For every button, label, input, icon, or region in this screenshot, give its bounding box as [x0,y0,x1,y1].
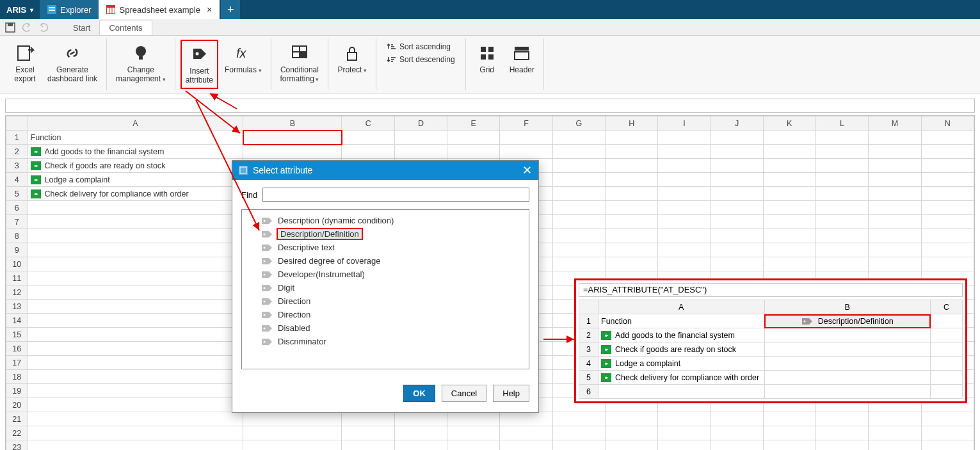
row-header[interactable]: 21 [6,412,28,426]
row-header[interactable]: 5 [579,371,598,385]
row-header[interactable]: 15 [6,328,28,342]
cell[interactable] [658,412,711,426]
cell[interactable] [606,215,658,229]
row-header[interactable]: 17 [6,356,28,370]
cell[interactable] [658,229,711,243]
row-header[interactable]: 2 [579,328,598,342]
cell[interactable] [815,257,868,271]
cell[interactable] [658,173,711,187]
dialog-titlebar[interactable]: Select attribute ✕ [232,161,538,180]
cell[interactable] [28,356,243,370]
cell[interactable] [447,131,500,145]
cell[interactable]: Function [598,314,765,328]
cell[interactable] [28,314,243,328]
col-header[interactable]: H [606,117,658,131]
cell[interactable] [711,257,763,271]
tab-close-icon[interactable]: × [207,4,212,15]
cell[interactable] [28,412,243,426]
cell[interactable] [931,357,963,371]
row-header[interactable]: 22 [6,426,28,440]
cell[interactable] [815,131,868,145]
cell[interactable] [763,412,815,426]
cell[interactable] [711,187,763,201]
cell[interactable] [763,243,815,257]
cell[interactable] [815,215,868,229]
cell[interactable] [921,173,974,187]
cell[interactable] [500,412,552,426]
col-header[interactable]: A [598,300,765,314]
find-input[interactable] [262,188,529,202]
cell[interactable] [28,328,243,342]
attribute-item[interactable]: Digit [259,281,529,294]
cell[interactable] [28,440,243,451]
row-header[interactable]: 13 [6,300,28,314]
formula-bar[interactable] [5,99,975,113]
cell[interactable] [606,131,658,145]
row-header[interactable]: 1 [6,131,28,145]
cell[interactable] [28,426,243,440]
col-header[interactable]: N [921,117,974,131]
cell[interactable] [869,173,921,187]
col-header[interactable]: D [394,117,447,131]
cell[interactable] [921,201,974,215]
cell[interactable] [552,243,605,257]
cell[interactable] [869,243,921,257]
cell[interactable] [764,371,931,385]
cell[interactable] [763,229,815,243]
cell[interactable] [552,201,605,215]
cell[interactable]: Add goods to the financial system [28,145,243,159]
row-header[interactable]: 6 [579,385,598,399]
cell[interactable] [552,229,605,243]
cell[interactable] [815,187,868,201]
cell[interactable] [711,243,763,257]
cell[interactable] [815,201,868,215]
cell[interactable] [552,257,605,271]
cell[interactable] [28,201,243,215]
cell[interactable] [606,145,658,159]
cell[interactable] [447,440,500,451]
cell[interactable] [243,412,342,426]
cell[interactable] [552,173,605,187]
cell[interactable] [869,229,921,243]
col-header[interactable]: A [28,117,243,131]
cell[interactable] [815,145,868,159]
cell[interactable] [711,215,763,229]
grid-toggle-button[interactable]: Grid [471,40,503,77]
cell[interactable] [500,440,552,451]
cell[interactable] [711,426,763,440]
cell[interactable]: Lodge a complaint [598,357,765,371]
cell[interactable] [658,131,711,145]
ribbon-tab-contents[interactable]: Contents [99,20,152,35]
cell[interactable] [342,440,394,451]
cell[interactable] [658,440,711,451]
cell[interactable] [342,131,394,145]
col-header[interactable]: C [931,300,963,314]
cell[interactable] [394,440,447,451]
cell[interactable] [763,440,815,451]
cell[interactable] [28,257,243,271]
col-header[interactable]: J [711,117,763,131]
cell[interactable] [552,187,605,201]
col-header[interactable]: M [869,117,921,131]
cell[interactable] [869,412,921,426]
cell[interactable] [606,187,658,201]
cell[interactable] [815,159,868,173]
cell[interactable] [658,426,711,440]
cell[interactable] [764,385,931,399]
cell[interactable] [28,398,243,412]
cell[interactable] [342,426,394,440]
cell[interactable] [869,187,921,201]
cell[interactable] [28,243,243,257]
cell[interactable] [243,426,342,440]
cell[interactable] [598,385,765,399]
sort-descending-button[interactable]: Sort descending [383,54,459,65]
cell[interactable] [931,314,963,328]
cell[interactable] [869,215,921,229]
row-header[interactable]: 10 [6,257,28,271]
cell[interactable] [931,342,963,357]
cell[interactable] [921,229,974,243]
row-header[interactable]: 3 [579,342,598,357]
cell[interactable] [921,187,974,201]
cell[interactable]: Function [28,131,243,145]
cell[interactable] [243,145,342,159]
